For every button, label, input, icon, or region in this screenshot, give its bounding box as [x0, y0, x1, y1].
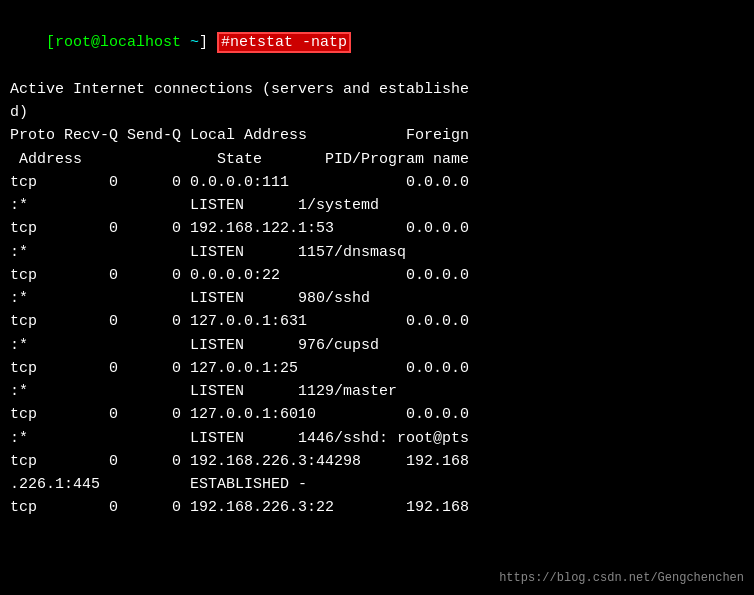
output-line-7: tcp 0 0 192.168.122.1:53 0.0.0.0 [10, 217, 744, 240]
output-line-1: Active Internet connections (servers and… [10, 78, 744, 101]
output-line-9: tcp 0 0 0.0.0.0:22 0.0.0.0 [10, 264, 744, 287]
output-line-11: tcp 0 0 127.0.0.1:631 0.0.0.0 [10, 310, 744, 333]
output-line-14: :* LISTEN 1129/master [10, 380, 744, 403]
output-line-8: :* LISTEN 1157/dnsmasq [10, 241, 744, 264]
output-line-6: :* LISTEN 1/systemd [10, 194, 744, 217]
output-line-17: tcp 0 0 192.168.226.3:44298 192.168 [10, 450, 744, 473]
watermark: https://blog.csdn.net/Gengchenchen [499, 571, 744, 585]
output-line-13: tcp 0 0 127.0.0.1:25 0.0.0.0 [10, 357, 744, 380]
output-line-10: :* LISTEN 980/sshd [10, 287, 744, 310]
output-line-3: Proto Recv-Q Send-Q Local Address Foreig… [10, 124, 744, 147]
output-line-19: tcp 0 0 192.168.226.3:22 192.168 [10, 496, 744, 519]
prompt-user: [root@localhost [46, 34, 181, 51]
output-line-4: Address State PID/Program name [10, 148, 744, 171]
prompt-line: [root@localhost ~] #netstat -natp [10, 8, 744, 78]
prompt-tilde: ~ [181, 34, 199, 51]
command-text: #netstat -natp [217, 32, 351, 53]
output-line-15: tcp 0 0 127.0.0.1:6010 0.0.0.0 [10, 403, 744, 426]
output-line-2: d) [10, 101, 744, 124]
output-line-16: :* LISTEN 1446/sshd: root@pts [10, 427, 744, 450]
output-line-12: :* LISTEN 976/cupsd [10, 334, 744, 357]
output-line-5: tcp 0 0 0.0.0.0:111 0.0.0.0 [10, 171, 744, 194]
output-line-18: .226.1:445 ESTABLISHED - [10, 473, 744, 496]
terminal-window: [root@localhost ~] #netstat -natp Active… [10, 8, 744, 520]
